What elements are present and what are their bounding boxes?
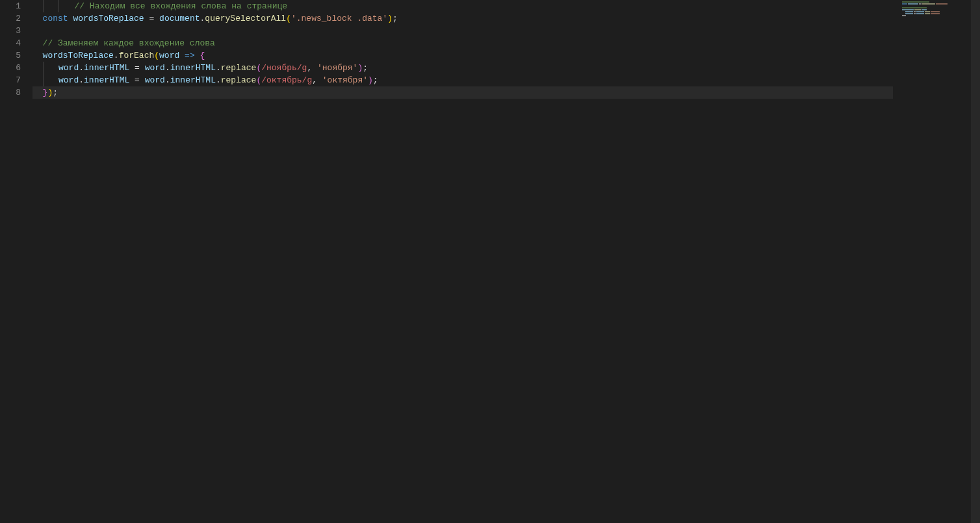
line-number: 1 — [0, 0, 21, 12]
code-line[interactable]: // Заменяем каждое вхождение слова — [32, 37, 893, 49]
code-area[interactable]: // Находим все вхождения слова на страни… — [32, 0, 893, 523]
line-number: 6 — [0, 62, 21, 74]
code-editor[interactable]: 12345678 // Находим все вхождения слова … — [0, 0, 980, 523]
code-line[interactable]: wordsToReplace.forEach(word => { — [32, 49, 893, 62]
minimap[interactable] — [893, 0, 971, 523]
line-number: 3 — [0, 25, 21, 37]
code-line[interactable]: // Находим все вхождения слова на страни… — [32, 0, 893, 12]
code-line[interactable]: }); — [32, 86, 893, 99]
line-number: 8 — [0, 86, 21, 99]
vertical-scrollbar[interactable] — [971, 0, 980, 523]
line-number: 7 — [0, 74, 21, 86]
scrollbar-track — [971, 0, 980, 523]
line-number-gutter: 12345678 — [0, 0, 32, 523]
line-number: 2 — [0, 12, 21, 25]
line-number: 5 — [0, 49, 21, 62]
code-line[interactable]: word.innerHTML = word.innerHTML.replace(… — [32, 62, 893, 74]
line-number: 4 — [0, 37, 21, 49]
code-line[interactable]: word.innerHTML = word.innerHTML.replace(… — [32, 74, 893, 86]
minimap-content — [902, 1, 967, 17]
code-line[interactable] — [32, 25, 893, 37]
code-line[interactable]: const wordsToReplace = document.querySel… — [32, 12, 893, 25]
